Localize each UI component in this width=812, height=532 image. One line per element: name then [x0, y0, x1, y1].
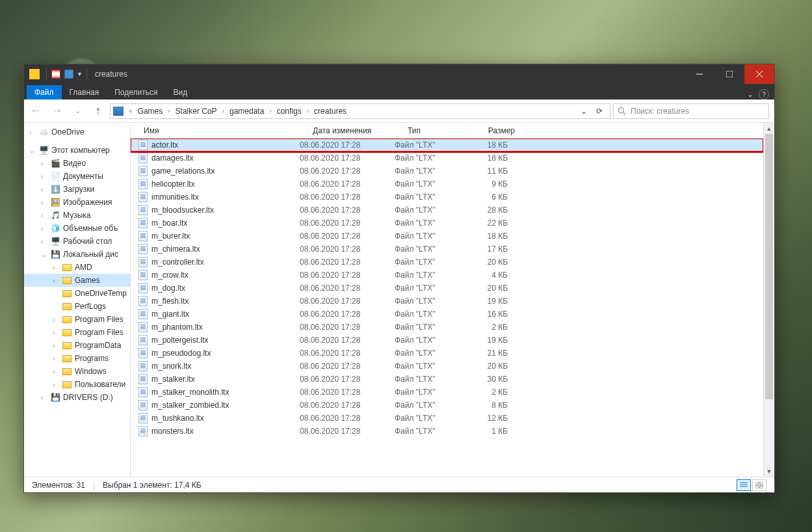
- nav-perflogs[interactable]: PerfLogs: [24, 300, 130, 313]
- col-name[interactable]: Имя: [138, 123, 308, 138]
- nav-recent-button[interactable]: ⌄: [68, 102, 86, 120]
- drive-icon: 💾: [50, 249, 60, 259]
- status-selected: Выбран 1 элемент: 17,4 КБ: [103, 481, 202, 490]
- scroll-down-icon[interactable]: ▼: [764, 466, 774, 477]
- file-row[interactable]: game_relations.ltx08.06.2020 17:28Файл "…: [131, 165, 763, 178]
- search-input[interactable]: Поиск: creatures: [613, 103, 769, 119]
- nav-users[interactable]: ›Пользователи: [24, 378, 130, 391]
- nav-amd[interactable]: ›AMD: [24, 261, 130, 274]
- file-row[interactable]: m_giant.ltx08.06.2020 17:28Файл "LTX"16 …: [131, 308, 763, 321]
- file-row[interactable]: m_chimera.ltx08.06.2020 17:28Файл "LTX"1…: [131, 243, 763, 256]
- crumb-gamedata[interactable]: gamedata: [227, 107, 267, 116]
- ribbon-tabs: Файл Главная Поделиться Вид ⌄ ?: [24, 84, 774, 100]
- file-row[interactable]: immunities.ltx08.06.2020 17:28Файл "LTX"…: [131, 191, 763, 204]
- refresh-icon[interactable]: ⟳: [592, 104, 607, 118]
- file-row[interactable]: m_dog.ltx08.06.2020 17:28Файл "LTX"20 КБ: [131, 282, 763, 295]
- folder-icon: [62, 264, 72, 271]
- maximize-button[interactable]: [714, 64, 744, 84]
- nav-programdata[interactable]: ›ProgramData: [24, 339, 130, 352]
- file-row[interactable]: m_poltergeist.ltx08.06.2020 17:28Файл "L…: [131, 334, 763, 347]
- nav-up-button[interactable]: ↑: [89, 102, 107, 120]
- ribbon-expand-icon[interactable]: ⌄: [747, 90, 753, 99]
- column-headers: Имя Дата изменения Тип Размер: [131, 123, 763, 139]
- col-date[interactable]: Дата изменения: [308, 123, 402, 138]
- file-row[interactable]: m_snork.ltx08.06.2020 17:28Файл "LTX"20 …: [131, 360, 763, 373]
- nav-windows[interactable]: ›Windows: [24, 365, 130, 378]
- desktop-icon: 🖥️: [50, 236, 60, 246]
- svg-point-4: [618, 107, 623, 113]
- scroll-up-icon[interactable]: ▲: [764, 123, 774, 134]
- file-row[interactable]: m_boar.ltx08.06.2020 17:28Файл "LTX"22 К…: [131, 217, 763, 230]
- nav-games[interactable]: ›Games: [24, 274, 130, 287]
- downloads-icon: ⬇️: [50, 184, 60, 194]
- file-row[interactable]: m_bloodsucker.ltx08.06.2020 17:28Файл "L…: [131, 204, 763, 217]
- file-row[interactable]: m_stalker_monolith.ltx08.06.2020 17:28Фа…: [131, 386, 763, 399]
- nav-programs[interactable]: ›Programs: [24, 352, 130, 365]
- scroll-thumb[interactable]: [765, 134, 773, 399]
- qat-newfolder-icon[interactable]: [64, 70, 73, 79]
- file-row[interactable]: m_crow.ltx08.06.2020 17:28Файл "LTX"4 КБ: [131, 269, 763, 282]
- crumb-stalker[interactable]: Stalker CoP: [173, 107, 220, 116]
- nav-tree[interactable]: ›☁️OneDrive ⌄🖥️Этот компьютер ›🎬Видео ›📄…: [24, 123, 131, 477]
- nav-onedrivetemp[interactable]: OneDriveTemp: [24, 287, 130, 300]
- nav-thispc[interactable]: ⌄🖥️Этот компьютер: [24, 144, 130, 157]
- file-icon: [138, 192, 148, 202]
- tab-home[interactable]: Главная: [62, 85, 107, 100]
- crumb-creatures[interactable]: creatures: [311, 107, 349, 116]
- tab-file[interactable]: Файл: [27, 85, 62, 100]
- file-row[interactable]: m_tushkano.ltx08.06.2020 17:28Файл "LTX"…: [131, 412, 763, 425]
- file-icon: [138, 426, 148, 436]
- file-row[interactable]: m_burer.ltx08.06.2020 17:28Файл "LTX"18 …: [131, 230, 763, 243]
- breadcrumb[interactable]: « Games › Stalker CoP › gamedata › confi…: [110, 103, 610, 119]
- minimize-button[interactable]: [685, 64, 714, 84]
- nav-music[interactable]: ›🎵Музыка: [24, 209, 130, 222]
- file-row[interactable]: m_controller.ltx08.06.2020 17:28Файл "LT…: [131, 256, 763, 269]
- file-row[interactable]: damages.ltx08.06.2020 17:28Файл "LTX"18 …: [131, 152, 763, 165]
- file-icon: [138, 179, 148, 189]
- nav-downloads[interactable]: ›⬇️Загрузки: [24, 183, 130, 196]
- nav-3d[interactable]: ›🧊Объемные объ: [24, 222, 130, 235]
- file-row[interactable]: m_pseudodog.ltx08.06.2020 17:28Файл "LTX…: [131, 347, 763, 360]
- crumb-games[interactable]: Games: [135, 107, 166, 116]
- close-button[interactable]: [744, 64, 774, 84]
- file-list[interactable]: Имя Дата изменения Тип Размер actor.ltx0…: [131, 123, 763, 477]
- col-size[interactable]: Размер: [467, 123, 526, 138]
- qat-dropdown-icon[interactable]: ▼: [77, 71, 83, 77]
- file-row[interactable]: monsters.ltx08.06.2020 17:28Файл "LTX"1 …: [131, 425, 763, 438]
- nav-programfiles[interactable]: ›Program Files: [24, 313, 130, 326]
- nav-drivers[interactable]: ›💾DRIVERS (D:): [24, 391, 130, 404]
- qat-properties-icon[interactable]: [51, 70, 60, 79]
- folder-icon: [62, 303, 72, 310]
- tab-share[interactable]: Поделиться: [107, 85, 165, 100]
- nav-localdisk[interactable]: ⌄💾Локальный дис: [24, 248, 130, 261]
- crumb-configs[interactable]: configs: [274, 107, 304, 116]
- file-icon: [138, 374, 148, 384]
- view-thumbnails-icon[interactable]: [752, 479, 766, 491]
- view-details-icon[interactable]: [737, 479, 751, 491]
- file-row[interactable]: m_flesh.ltx08.06.2020 17:28Файл "LTX"19 …: [131, 295, 763, 308]
- nav-forward-button[interactable]: →: [47, 102, 66, 120]
- file-row[interactable]: m_phantom.ltx08.06.2020 17:28Файл "LTX"2…: [131, 321, 763, 334]
- video-icon: 🎬: [50, 158, 60, 168]
- nav-desktop[interactable]: ›🖥️Рабочий стол: [24, 235, 130, 248]
- nav-programfilesx86[interactable]: ›Program Files: [24, 326, 130, 339]
- file-row[interactable]: m_stalker.ltx08.06.2020 17:28Файл "LTX"3…: [131, 373, 763, 386]
- col-type[interactable]: Тип: [402, 123, 467, 138]
- file-row[interactable]: helicopter.ltx08.06.2020 17:28Файл "LTX"…: [131, 178, 763, 191]
- scrollbar[interactable]: ▲ ▼: [763, 123, 774, 477]
- nav-video[interactable]: ›🎬Видео: [24, 157, 130, 170]
- file-icon: [138, 218, 148, 228]
- titlebar[interactable]: ▼ creatures: [24, 64, 774, 84]
- file-row[interactable]: m_stalker_zombied.ltx08.06.2020 17:28Фай…: [131, 399, 763, 412]
- file-row[interactable]: actor.ltx08.06.2020 17:28Файл "LTX"18 КБ: [131, 139, 763, 152]
- file-icon: [138, 140, 148, 150]
- nav-documents[interactable]: ›📄Документы: [24, 170, 130, 183]
- help-icon[interactable]: ?: [759, 89, 769, 100]
- thispc-icon: 🖥️: [38, 145, 49, 155]
- nav-images[interactable]: ›🖼️Изображения: [24, 196, 130, 209]
- nav-back-button[interactable]: ←: [27, 102, 45, 120]
- address-history-icon[interactable]: ⌄: [576, 104, 592, 118]
- tab-view[interactable]: Вид: [165, 85, 195, 100]
- nav-onedrive[interactable]: ›☁️OneDrive: [24, 126, 130, 139]
- drive-icon: 💾: [50, 392, 60, 403]
